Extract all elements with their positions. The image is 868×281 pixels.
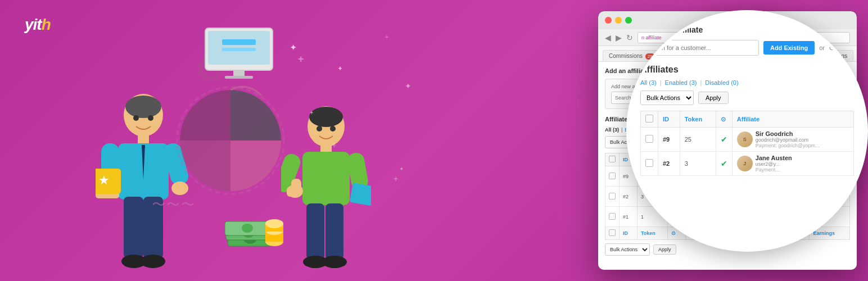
sparkle-4: ✦	[405, 81, 412, 90]
row-checkbox-cell	[605, 207, 620, 227]
zoom-col-status: ⊙	[716, 111, 732, 128]
zoom-add-existing-button[interactable]: Add Existing	[763, 41, 815, 55]
zoom-bulk-select[interactable]: Bulk Actions	[640, 90, 694, 105]
select-all-footer-checkbox[interactable]	[609, 229, 616, 236]
svg-rect-17	[124, 197, 143, 259]
zoom-select-all[interactable]	[645, 115, 653, 123]
plus-deco-4: +	[385, 34, 388, 40]
zoom-table-row: #2 3 ✔ J Jane Austen user2@y... Payment.…	[641, 152, 854, 176]
svg-point-7	[125, 96, 161, 118]
close-dot[interactable]	[605, 17, 612, 24]
zoom-filter-enabled[interactable]: Enabled (3)	[665, 79, 697, 86]
zoom-row-token: 25	[680, 128, 716, 152]
zoom-row-affiliate: S Sir Goodrich goodrich@yopmail.com Paym…	[732, 128, 853, 152]
svg-point-20	[141, 255, 165, 268]
zoom-row-cb	[641, 128, 658, 152]
row-checkbox[interactable]	[609, 213, 616, 220]
zoom-apply-button[interactable]: Apply	[698, 92, 729, 104]
row-checkbox[interactable]	[609, 173, 616, 179]
zoom-affiliate-name: Jane Austen	[756, 155, 792, 161]
bulk-actions-footer-select[interactable]: Bulk Actions	[605, 243, 650, 256]
filter-all-link[interactable]: All (3)	[605, 127, 619, 133]
zoom-affiliate-name: Sir Goodrich	[756, 130, 820, 137]
zoom-row-status: ✔	[716, 152, 732, 176]
zoom-affiliate-email: user2@y...	[756, 161, 792, 167]
zoom-avatar: S	[737, 132, 753, 147]
zoom-col-id[interactable]: ID	[658, 111, 680, 128]
zoom-or-label: or	[819, 44, 825, 51]
svg-point-21	[133, 115, 139, 121]
svg-point-39	[317, 126, 322, 132]
money-stack-icon	[225, 214, 287, 253]
zoom-affiliate-payment: Payment: goodrich@yopm...	[756, 143, 820, 148]
reload-button[interactable]: ↻	[626, 33, 633, 42]
rotation-arrows	[174, 79, 287, 202]
person-right	[281, 101, 371, 270]
zoom-table: ID Token ⊙ Affiliate #9 25 ✔ S Sir Goodr…	[640, 111, 854, 176]
svg-rect-36	[326, 203, 343, 260]
plus-deco-2: +	[332, 140, 336, 149]
svg-rect-27	[302, 152, 350, 205]
plus-deco-1: +	[298, 53, 304, 65]
svg-rect-34	[350, 183, 371, 206]
svg-point-54	[265, 219, 283, 228]
zoom-col-token[interactable]: Token	[680, 111, 716, 128]
select-all-checkbox[interactable]	[609, 156, 616, 162]
col-header-cb	[605, 153, 620, 166]
zoom-row-id: #2	[658, 152, 680, 176]
col-footer-cb	[605, 227, 620, 240]
row-checkbox-cell	[605, 187, 620, 207]
zoom-bulk-row: Bulk Actions Apply	[640, 90, 854, 105]
zoom-verified-icon: ✔	[721, 135, 727, 144]
zoom-row-token: 3	[680, 152, 716, 176]
zoom-sep-1: |	[660, 79, 662, 86]
sparkle-1: ✦	[290, 42, 297, 53]
row-id: #2	[620, 187, 638, 207]
zoom-overlay-circle: Add new affiliate Add Existing or Create…	[626, 10, 868, 252]
sparkle-3: ✦	[309, 110, 314, 116]
svg-point-25	[309, 107, 343, 127]
zoom-filter-row: All (3) | Enabled (3) | Disabled (0)	[640, 79, 854, 86]
plus-deco-3: +	[394, 174, 398, 183]
zoom-col-cb	[641, 111, 658, 128]
zoom-affiliate-info: Sir Goodrich goodrich@yopmail.com Paymen…	[756, 130, 820, 148]
zoom-row-cb	[641, 152, 658, 176]
zoom-sep-2: |	[700, 79, 702, 86]
svg-text:★: ★	[98, 173, 110, 187]
apply-footer-button[interactable]: Apply	[653, 244, 676, 255]
zoom-row-checkbox[interactable]	[645, 159, 653, 167]
svg-rect-35	[306, 203, 324, 260]
zoom-affiliate-info: Jane Austen user2@y... Payment...	[756, 155, 792, 173]
zoom-col-affiliate[interactable]: Affiliate	[732, 111, 853, 128]
svg-point-22	[148, 115, 153, 121]
minimize-dot[interactable]	[615, 17, 622, 24]
svg-rect-4	[233, 70, 245, 76]
back-button[interactable]: ◀	[605, 33, 611, 42]
maximize-dot[interactable]	[625, 17, 632, 24]
row-checkbox[interactable]	[609, 193, 616, 200]
svg-rect-3	[222, 48, 256, 51]
forward-button[interactable]: ▶	[616, 33, 622, 42]
zoom-row-status: ✔	[716, 128, 732, 152]
sparkle-2: ✦	[337, 65, 343, 72]
svg-point-38	[322, 256, 347, 268]
zoom-affiliates-title: Affiliates	[640, 65, 854, 75]
zoom-content: Add new affiliate Add Existing or Create…	[629, 13, 865, 249]
zoom-verified-icon: ✔	[721, 159, 727, 168]
row-checkbox-cell	[605, 166, 620, 187]
monitor-icon	[202, 25, 275, 81]
svg-point-40	[330, 126, 336, 132]
zoom-row-id: #9	[658, 128, 680, 152]
zoom-avatar: J	[737, 156, 753, 171]
filter-sep-1: |	[621, 127, 622, 133]
svg-rect-31	[287, 187, 300, 197]
svg-rect-2	[222, 39, 256, 45]
zoom-row-checkbox[interactable]	[645, 135, 653, 143]
col-footer-token: Token	[637, 227, 667, 240]
zoom-add-row: Add Existing or Create N	[640, 40, 854, 56]
zoom-row-affiliate: J Jane Austen user2@y... Payment...	[732, 152, 853, 176]
zoom-filter-all[interactable]: All (3)	[640, 79, 657, 86]
col-footer-id: ID	[620, 227, 638, 240]
zoom-filter-disabled[interactable]: Disabled (0)	[705, 79, 738, 86]
row-id: #1	[620, 207, 638, 227]
